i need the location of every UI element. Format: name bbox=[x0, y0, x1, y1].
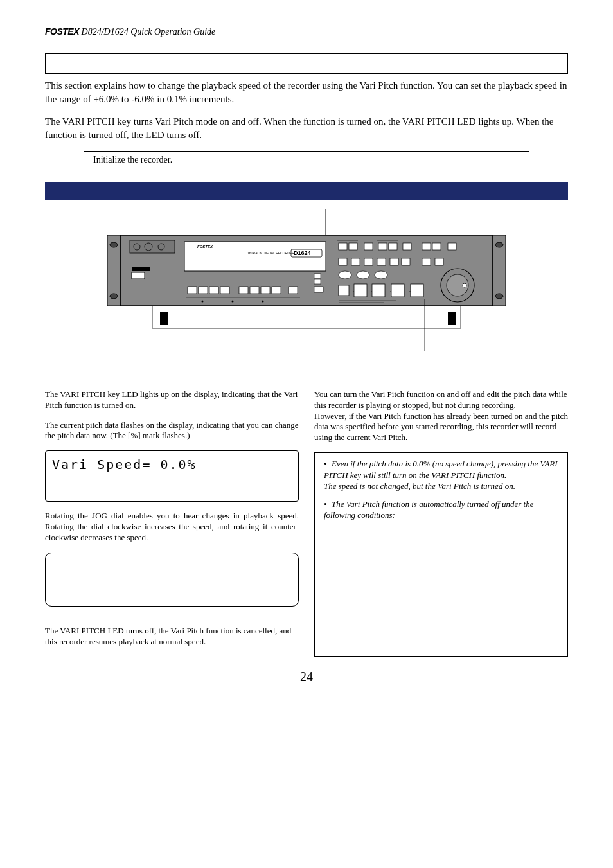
svg-rect-35 bbox=[339, 243, 347, 250]
svg-rect-20 bbox=[314, 279, 321, 284]
note-item-1: •Even if the pitch data is 0.0% (no spee… bbox=[324, 458, 561, 492]
svg-point-33 bbox=[232, 300, 234, 302]
recorder-device-svg: FOSTEX 16TRACK DIGITAL RECORDER D1624 bbox=[101, 209, 512, 351]
lcd-text: Vari Speed= 0.0% bbox=[52, 457, 197, 472]
svg-rect-49 bbox=[377, 258, 386, 265]
svg-text:·: · bbox=[353, 288, 354, 294]
left-para-1: The VARI PITCH key LED lights up on the … bbox=[45, 389, 299, 411]
svg-rect-25 bbox=[220, 287, 229, 294]
svg-text:16TRACK DIGITAL RECORDER: 16TRACK DIGITAL RECORDER bbox=[247, 251, 294, 255]
svg-point-56 bbox=[375, 271, 387, 279]
svg-text:·: · bbox=[390, 288, 391, 294]
svg-rect-59 bbox=[372, 284, 385, 297]
svg-rect-43 bbox=[448, 243, 456, 250]
svg-rect-28 bbox=[261, 287, 270, 294]
svg-rect-61 bbox=[411, 284, 423, 297]
svg-rect-38 bbox=[378, 243, 387, 250]
page-number: 24 bbox=[45, 668, 568, 686]
brand-logo: FOSTEX bbox=[45, 26, 79, 37]
svg-point-5 bbox=[110, 294, 118, 299]
initialize-box: Initialize the recorder. bbox=[84, 151, 529, 173]
right-column: You can turn the Vari Pitch function on … bbox=[314, 389, 568, 657]
svg-rect-58 bbox=[354, 284, 367, 297]
content-columns: The VARI PITCH key LED lights up on the … bbox=[45, 389, 568, 657]
svg-point-6 bbox=[495, 242, 503, 247]
svg-point-34 bbox=[262, 300, 264, 302]
svg-rect-22 bbox=[188, 287, 197, 294]
svg-rect-27 bbox=[250, 287, 259, 294]
left-para-2: The current pitch data flashes on the di… bbox=[45, 420, 299, 442]
svg-rect-21 bbox=[314, 287, 323, 292]
intro-para-2: The VARI PITCH key turns Vari Pitch mode… bbox=[45, 115, 568, 142]
svg-point-54 bbox=[339, 271, 351, 279]
section-title-box bbox=[45, 53, 568, 74]
doc-title: D824/D1624 Quick Operation Guide bbox=[82, 27, 216, 37]
svg-rect-12 bbox=[132, 267, 150, 271]
page-header: FOSTEX D824/D1624 Quick Operation Guide bbox=[45, 26, 568, 40]
svg-rect-46 bbox=[339, 258, 347, 265]
svg-text:·: · bbox=[409, 288, 411, 294]
initialize-text: Initialize the recorder. bbox=[93, 155, 172, 164]
left-para-4: The VARI PITCH LED turns off, the Vari P… bbox=[45, 626, 299, 648]
notes-box: •Even if the pitch data is 0.0% (no spee… bbox=[314, 452, 568, 657]
svg-rect-36 bbox=[349, 243, 357, 250]
blue-divider-bar bbox=[45, 182, 568, 200]
svg-point-55 bbox=[357, 271, 369, 279]
svg-rect-47 bbox=[351, 258, 360, 265]
svg-text:FOSTEX: FOSTEX bbox=[197, 245, 213, 249]
svg-rect-60 bbox=[391, 284, 404, 297]
svg-rect-51 bbox=[402, 258, 410, 265]
left-column: The VARI PITCH key LED lights up on the … bbox=[45, 389, 299, 657]
device-illustration: FOSTEX 16TRACK DIGITAL RECORDER D1624 bbox=[45, 209, 568, 351]
svg-point-32 bbox=[202, 300, 204, 302]
note-item-2: •The Vari Pitch function is automaticall… bbox=[324, 499, 561, 521]
svg-point-4 bbox=[110, 242, 118, 247]
svg-rect-42 bbox=[432, 243, 441, 250]
rounded-empty-box bbox=[45, 553, 299, 607]
svg-rect-41 bbox=[422, 243, 431, 250]
svg-rect-29 bbox=[272, 287, 281, 294]
right-intro: You can turn the Vari Pitch function on … bbox=[314, 389, 568, 443]
svg-rect-39 bbox=[389, 243, 397, 250]
svg-point-7 bbox=[495, 294, 503, 299]
svg-rect-24 bbox=[209, 287, 218, 294]
svg-text:·: · bbox=[371, 288, 372, 294]
svg-rect-23 bbox=[199, 287, 208, 294]
lcd-display-box: Vari Speed= 0.0% bbox=[45, 450, 299, 502]
svg-rect-52 bbox=[422, 258, 431, 265]
svg-rect-37 bbox=[364, 243, 373, 250]
svg-rect-19 bbox=[314, 274, 321, 278]
svg-text:D1624: D1624 bbox=[294, 250, 311, 256]
svg-rect-26 bbox=[239, 287, 248, 294]
svg-rect-72 bbox=[448, 312, 456, 325]
left-para-3: Rotating the JOG dial enables you to hea… bbox=[45, 511, 299, 544]
svg-rect-48 bbox=[364, 258, 373, 265]
svg-rect-53 bbox=[435, 258, 443, 265]
svg-rect-71 bbox=[160, 312, 168, 325]
svg-rect-13 bbox=[132, 272, 145, 279]
svg-rect-57 bbox=[339, 285, 349, 296]
svg-rect-30 bbox=[289, 287, 298, 294]
svg-rect-40 bbox=[403, 243, 411, 250]
svg-rect-50 bbox=[390, 258, 398, 265]
svg-point-70 bbox=[463, 283, 466, 287]
intro-para-1: This section explains how to change the … bbox=[45, 79, 568, 106]
